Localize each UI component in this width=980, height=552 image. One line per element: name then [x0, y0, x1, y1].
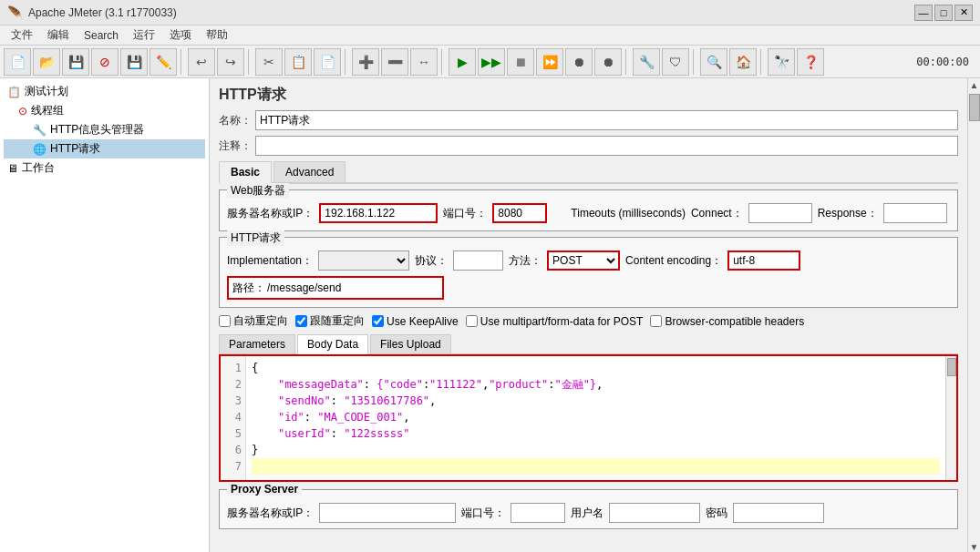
path-input[interactable] [265, 279, 438, 297]
toolbar-stop[interactable]: ⏹ [507, 48, 534, 76]
toolbar-new[interactable]: 📄 [4, 48, 31, 76]
checkbox-multipart[interactable]: Use multipart/form-data for POST [466, 315, 644, 328]
sub-tab-parameters[interactable]: Parameters [219, 334, 295, 353]
toolbar-rec1[interactable]: ⏺ [565, 48, 593, 76]
checkbox-follow-redirect[interactable]: 跟随重定向 [295, 313, 365, 329]
tree-item-thread-group[interactable]: ⊙ 线程组 [4, 101, 205, 120]
menu-item-运行[interactable]: 运行 [126, 26, 162, 45]
menu-item-选项[interactable]: 选项 [162, 26, 199, 45]
checkbox-browser-compat[interactable]: Browser-compatible headers [650, 315, 804, 328]
tab-basic[interactable]: Basic [219, 161, 272, 184]
name-input[interactable] [255, 110, 958, 130]
toolbar-settings2[interactable]: 🛡 [662, 48, 689, 76]
toolbar: 📄 📂 💾 ⊘ 💾 ✏️ ↩ ↪ ✂ 📋 📄 ➕ ➖ ↔ ▶ ▶▶ ⏹ ⏩ ⏺ … [0, 46, 980, 78]
main-layout: 📋 测试计划 ⊙ 线程组 🔧 HTTP信息头管理器 🌐 HTTP请求 🖥 工作台… [0, 78, 980, 552]
toolbar-undo[interactable]: ↩ [188, 48, 215, 76]
sub-tabs: Parameters Body Data Files Upload [219, 334, 958, 354]
toolbar-search[interactable]: 🔍 [700, 48, 727, 76]
toolbar-sep5 [625, 49, 629, 75]
menu-item-文件[interactable]: 文件 [4, 26, 40, 45]
workbench-icon: 🖥 [7, 162, 18, 175]
tree-item-workbench[interactable]: 🖥 工作台 [4, 158, 205, 178]
connect-label: Connect： [691, 206, 743, 221]
menu-bar: 文件编辑Search运行选项帮助 [0, 26, 980, 46]
code-scrollbar[interactable] [945, 356, 956, 480]
tree-item-http-request[interactable]: 🌐 HTTP请求 [4, 139, 205, 158]
impl-label: Implementation： [227, 253, 313, 269]
proxy-username-input[interactable] [609, 503, 700, 523]
toolbar-redo[interactable]: ↪ [217, 48, 244, 76]
thread-group-icon: ⊙ [18, 105, 27, 118]
right-panel: HTTP请求 名称： 注释： Basic Advanced Web服务器 服务器… [210, 78, 967, 552]
impl-select[interactable] [318, 250, 409, 271]
toolbar-sep7 [760, 49, 764, 75]
code-editor[interactable]: { "messageData": {"code":"111122","produ… [246, 356, 945, 480]
toolbar-rec2[interactable]: ⏺ [594, 48, 622, 76]
toolbar-copy[interactable]: 📋 [284, 48, 312, 76]
toolbar-paste[interactable]: 📄 [314, 48, 341, 76]
maximize-button[interactable]: □ [934, 5, 953, 21]
name-row: 名称： [219, 110, 958, 130]
scroll-up-btn[interactable]: ▲ [970, 80, 979, 90]
proxy-password-label: 密码 [706, 506, 727, 521]
toolbar-run-all[interactable]: ▶▶ [478, 48, 505, 76]
proxy-port-label: 端口号： [461, 506, 505, 521]
port-input[interactable] [492, 203, 547, 223]
comment-input[interactable] [255, 136, 958, 156]
scroll-down-btn[interactable]: ▼ [970, 542, 979, 552]
right-scrollbar[interactable]: ▲ ▼ [967, 78, 980, 552]
comment-row: 注释： [219, 136, 958, 156]
proxy-username-label: 用户名 [571, 506, 603, 521]
toolbar-home[interactable]: 🏠 [729, 48, 757, 76]
tree-item-http-header[interactable]: 🔧 HTTP信息头管理器 [4, 120, 205, 139]
response-label: Response： [818, 206, 878, 221]
checkbox-auto-redirect[interactable]: 自动重定向 [219, 313, 288, 329]
toolbar-edit[interactable]: ✏️ [150, 48, 177, 76]
path-label: 路径： [232, 281, 265, 296]
main-tabs: Basic Advanced [219, 161, 958, 184]
minimize-button[interactable]: — [914, 5, 933, 21]
toolbar-stop-all[interactable]: ⊘ [91, 48, 119, 76]
proxy-server-input[interactable] [319, 503, 456, 523]
method-label: 方法： [509, 253, 542, 269]
toolbar-save-all[interactable]: 💾 [62, 48, 89, 76]
sub-tab-files-upload[interactable]: Files Upload [370, 334, 451, 353]
menu-item-Search[interactable]: Search [77, 27, 126, 44]
toolbar-settings[interactable]: 🔧 [633, 48, 660, 76]
toolbar-run[interactable]: ▶ [449, 48, 476, 76]
response-input[interactable] [883, 203, 947, 223]
http-request-icon: 🌐 [33, 143, 46, 156]
close-button[interactable]: ✕ [954, 5, 973, 21]
toolbar-sep3 [345, 49, 348, 75]
encoding-input[interactable] [727, 250, 800, 271]
toolbar-add[interactable]: ➕ [352, 48, 379, 76]
sub-tab-body-data[interactable]: Body Data [297, 334, 368, 354]
comment-label: 注释： [219, 138, 252, 154]
connect-input[interactable] [748, 203, 812, 223]
encoding-label: Content encoding： [625, 253, 722, 269]
toolbar-fast-stop[interactable]: ⏩ [536, 48, 563, 76]
toolbar-help[interactable]: ❓ [797, 48, 824, 76]
server-input[interactable] [319, 203, 438, 223]
checkbox-keepalive[interactable]: Use KeepAlive [372, 315, 459, 328]
menu-item-编辑[interactable]: 编辑 [40, 26, 77, 45]
http-request-title: HTTP请求 [227, 230, 284, 246]
toolbar-expand[interactable]: ↔ [410, 48, 438, 76]
method-select[interactable]: POST GET PUT DELETE [547, 250, 620, 271]
menu-item-帮助[interactable]: 帮助 [199, 26, 235, 45]
protocol-input[interactable] [453, 250, 503, 271]
tab-advanced[interactable]: Advanced [273, 161, 346, 182]
toolbar-cut[interactable]: ✂ [255, 48, 283, 76]
proxy-port-input[interactable] [511, 503, 565, 523]
toolbar-save[interactable]: 💾 [120, 48, 148, 76]
toolbar-search2[interactable]: 🔭 [768, 48, 795, 76]
http-header-icon: 🔧 [33, 124, 46, 137]
toolbar-sep2 [248, 49, 252, 75]
tree-item-test-plan[interactable]: 📋 测试计划 [4, 82, 205, 101]
proxy-password-input[interactable] [733, 503, 824, 523]
panel-title: HTTP请求 [219, 86, 958, 105]
toolbar-sep6 [693, 49, 696, 75]
toolbar-sep4 [441, 49, 445, 75]
toolbar-remove[interactable]: ➖ [381, 48, 408, 76]
toolbar-open[interactable]: 📂 [33, 48, 60, 76]
